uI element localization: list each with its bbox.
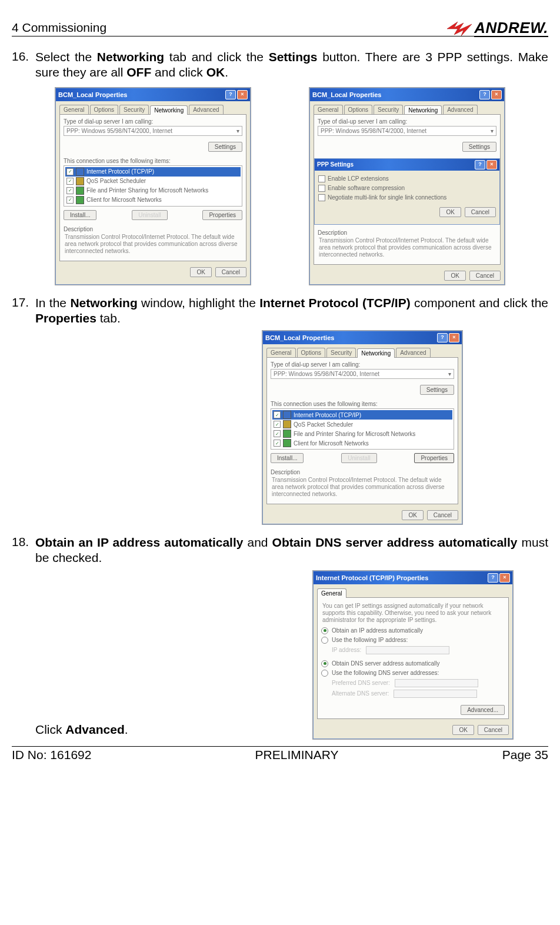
help-icon[interactable]: ? xyxy=(225,90,236,99)
dialog-titlebar: BCM_Local Properties ? × xyxy=(310,88,504,101)
checkbox-icon[interactable] xyxy=(318,185,325,192)
close-icon[interactable]: × xyxy=(486,160,497,169)
close-icon[interactable]: × xyxy=(499,573,510,583)
dialog-titlebar: BCM_Local Properties ? × xyxy=(56,88,250,101)
tab-advanced[interactable]: Advanced xyxy=(396,348,430,357)
ok-button[interactable]: OK xyxy=(190,267,211,277)
tab-security[interactable]: Security xyxy=(374,105,403,114)
settings-button[interactable]: Settings xyxy=(462,142,496,152)
close-icon[interactable]: × xyxy=(491,90,502,99)
page-footer: ID No: 161692 PRELIMINARY Page 35 xyxy=(12,746,548,762)
checkbox-icon[interactable]: ✓ xyxy=(274,440,281,447)
close-icon[interactable]: × xyxy=(237,90,248,99)
checkbox-icon[interactable]: ✓ xyxy=(66,197,74,204)
tab-options[interactable]: Options xyxy=(90,105,118,114)
help-icon[interactable]: ? xyxy=(475,160,485,169)
ok-button[interactable]: OK xyxy=(402,510,423,520)
step-number: 16. xyxy=(12,49,35,81)
list-item: ✓Internet Protocol (TCP/IP) xyxy=(272,410,452,420)
tab-strip: General Options Security Networking Adva… xyxy=(56,101,250,114)
tab-options[interactable]: Options xyxy=(344,105,372,114)
properties-button[interactable]: Properties xyxy=(414,453,454,463)
tab-security[interactable]: Security xyxy=(326,348,356,357)
step-number: 18. xyxy=(12,535,35,566)
ppp-title: PPP Settings xyxy=(317,161,354,168)
cancel-button[interactable]: Cancel xyxy=(465,207,496,217)
tab-networking[interactable]: Networking xyxy=(150,105,188,115)
dialup-type-select[interactable]: PPP: Windows 95/98/NT4/2000, Internet▾ xyxy=(318,126,496,136)
components-list[interactable]: ✓Internet Protocol (TCP/IP) ✓QoS Packet … xyxy=(271,408,454,450)
radio-icon[interactable] xyxy=(321,670,328,677)
install-button[interactable]: Install... xyxy=(271,453,304,463)
chevron-down-icon: ▾ xyxy=(236,128,239,134)
checkbox-icon[interactable]: ✓ xyxy=(66,168,74,175)
description-heading: Description xyxy=(64,226,242,232)
checkbox-icon[interactable] xyxy=(318,194,325,201)
step-18: 18. Obtain an IP address automatically a… xyxy=(12,535,548,566)
tcpip-properties-dialog: Internet Protocol (TCP/IP) Properties ? … xyxy=(313,571,513,739)
help-icon[interactable]: ? xyxy=(437,333,448,342)
step-text: In the Networking window, highlight the … xyxy=(35,295,548,327)
service-icon xyxy=(283,430,291,438)
properties-button[interactable]: Properties xyxy=(202,210,242,220)
cancel-button[interactable]: Cancel xyxy=(478,725,509,735)
radio-ip-manual: Use the following IP address: xyxy=(321,635,505,645)
settings-button[interactable]: Settings xyxy=(420,385,454,395)
components-list[interactable]: ✓Internet Protocol (TCP/IP) ✓QoS Packet … xyxy=(64,165,242,207)
radio-icon[interactable] xyxy=(321,627,328,634)
radio-icon[interactable] xyxy=(321,660,328,667)
step-17: 17. In the Networking window, highlight … xyxy=(12,295,548,327)
checkbox-icon[interactable]: ✓ xyxy=(274,411,281,418)
install-button[interactable]: Install... xyxy=(64,210,96,220)
type-label: Type of dial-up server I am calling: xyxy=(64,118,242,125)
help-icon[interactable]: ? xyxy=(479,90,490,99)
tab-options[interactable]: Options xyxy=(297,348,325,357)
ppp-check-multilink: Negotiate multi-link for single link con… xyxy=(318,193,496,202)
step-16-screenshots: BCM_Local Properties ? × General Options… xyxy=(12,88,548,285)
local-properties-dialog-with-ppp: BCM_Local Properties ? × General Options… xyxy=(309,88,505,285)
page-header: 4 Commissioning ANDREW. xyxy=(12,18,548,36)
step-text: Select the Networking tab and click the … xyxy=(35,49,548,81)
protocol-icon xyxy=(76,168,84,176)
conn-uses-label: This connection uses the following items… xyxy=(64,158,242,164)
checkbox-icon[interactable]: ✓ xyxy=(274,430,281,437)
protocol-icon xyxy=(283,411,291,419)
step-number: 17. xyxy=(12,295,35,327)
checkbox-icon[interactable]: ✓ xyxy=(66,187,74,194)
tab-networking[interactable]: Networking xyxy=(357,348,395,358)
step-17-screenshot: BCM_Local Properties ? × General Options… xyxy=(176,331,548,524)
dialog-title: BCM_Local Properties xyxy=(58,91,127,98)
cancel-button[interactable]: Cancel xyxy=(469,271,501,281)
checkbox-icon[interactable]: ✓ xyxy=(66,178,74,185)
dialup-type-select[interactable]: PPP: Windows 95/98/NT4/2000, Internet▾ xyxy=(271,369,454,379)
checkbox-icon[interactable] xyxy=(318,175,325,182)
close-icon[interactable]: × xyxy=(449,333,459,342)
tab-general[interactable]: General xyxy=(314,105,343,114)
step-18-row: Click Advanced. Internet Protocol (TCP/I… xyxy=(12,571,548,739)
list-item: ✓Client for Microsoft Networks xyxy=(272,438,452,448)
help-icon[interactable]: ? xyxy=(488,573,498,583)
radio-icon[interactable] xyxy=(321,637,328,644)
ok-button[interactable]: OK xyxy=(452,725,474,735)
tab-advanced[interactable]: Advanced xyxy=(189,105,223,114)
ppp-check-compress: Enable software compression xyxy=(318,184,496,193)
footer-status: PRELIMINARY xyxy=(255,748,339,762)
advanced-button[interactable]: Advanced... xyxy=(461,705,505,715)
checkbox-icon[interactable]: ✓ xyxy=(274,421,281,428)
cancel-button[interactable]: Cancel xyxy=(215,267,246,277)
settings-button[interactable]: Settings xyxy=(208,142,242,152)
tab-networking[interactable]: Networking xyxy=(404,105,442,115)
tab-general[interactable]: General xyxy=(317,588,346,598)
list-item: ✓Internet Protocol (TCP/IP) xyxy=(65,167,241,177)
cancel-button[interactable]: Cancel xyxy=(427,510,458,520)
chevron-down-icon: ▾ xyxy=(448,371,451,377)
ok-button[interactable]: OK xyxy=(439,207,461,217)
tab-security[interactable]: Security xyxy=(119,105,149,114)
tab-general[interactable]: General xyxy=(59,105,89,114)
tab-general[interactable]: General xyxy=(266,348,296,357)
tab-advanced[interactable]: Advanced xyxy=(443,105,477,114)
footer-page: Page 35 xyxy=(502,748,548,762)
ok-button[interactable]: OK xyxy=(444,271,465,281)
dialup-type-select[interactable]: PPP: Windows 95/98/NT4/2000, Internet▾ xyxy=(64,126,242,136)
radio-dns-manual: Use the following DNS server addresses: xyxy=(321,668,505,678)
